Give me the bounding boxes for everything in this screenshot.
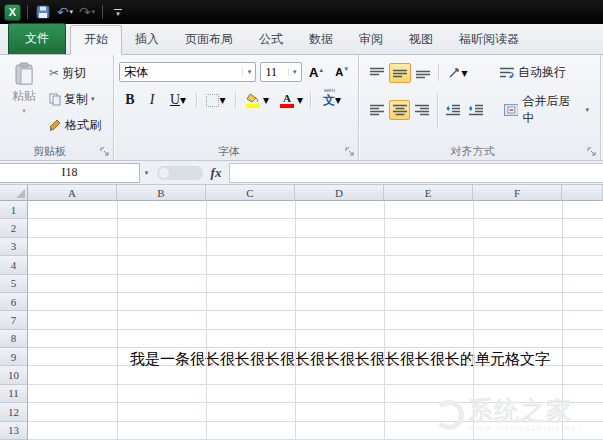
- tab-file[interactable]: 文件: [8, 23, 66, 54]
- borders-dropdown-arrow[interactable]: ▾: [219, 93, 225, 107]
- row-header-13[interactable]: 13: [0, 422, 28, 440]
- font-color-dropdown-arrow[interactable]: ▾: [297, 93, 303, 107]
- excel-app-icon[interactable]: X: [4, 4, 21, 21]
- row-header-9[interactable]: 9: [0, 348, 28, 366]
- insert-function-button[interactable]: fx: [203, 163, 229, 183]
- undo-button[interactable]: ↶▾: [56, 3, 74, 21]
- align-top-button[interactable]: [366, 63, 388, 83]
- row-cells-1[interactable]: [28, 201, 603, 219]
- row-cells-7[interactable]: [28, 311, 603, 329]
- undo-dropdown-arrow[interactable]: ▾: [70, 8, 74, 16]
- column-header-C[interactable]: C: [206, 185, 295, 201]
- scissors-icon: ✂: [49, 66, 59, 80]
- format-painter-brush-icon: [49, 119, 62, 132]
- save-button[interactable]: [34, 3, 52, 21]
- row-header-10[interactable]: 10: [0, 366, 28, 384]
- align-middle-button[interactable]: [389, 63, 411, 83]
- grid-row-7: 7: [0, 311, 603, 329]
- format-painter-button[interactable]: 格式刷: [45, 114, 105, 136]
- tab-data[interactable]: 数据: [296, 26, 346, 54]
- align-bottom-button[interactable]: [412, 63, 434, 83]
- format-painter-label: 格式刷: [65, 117, 101, 134]
- shrink-font-button[interactable]: A▼: [331, 62, 353, 82]
- tab-home[interactable]: 开始: [70, 25, 122, 55]
- row-header-4[interactable]: 4: [0, 256, 28, 274]
- decrease-indent-button[interactable]: [442, 100, 464, 120]
- row-header-5[interactable]: 5: [0, 275, 28, 293]
- orientation-dropdown-arrow[interactable]: ▾: [461, 66, 467, 80]
- column-header-E[interactable]: E: [384, 185, 473, 201]
- underline-dropdown-arrow[interactable]: ▾: [180, 93, 186, 107]
- tab-page-layout[interactable]: 页面布局: [172, 26, 246, 54]
- fill-color-button[interactable]: ▾: [239, 90, 273, 110]
- font-name-dropdown-arrow[interactable]: ▾: [242, 68, 255, 76]
- tab-view[interactable]: 视图: [396, 26, 446, 54]
- row-cells-8[interactable]: [28, 330, 603, 348]
- row-header-2[interactable]: 2: [0, 219, 28, 237]
- font-group: 宋体 ▾ 11 ▾ A▲ A▼ B I U ▾ ▾: [114, 55, 359, 160]
- tab-formulas[interactable]: 公式: [246, 26, 296, 54]
- wrap-text-icon: [500, 67, 514, 79]
- row-header-3[interactable]: 3: [0, 238, 28, 256]
- row-cells-5[interactable]: [28, 275, 603, 293]
- row-cells-4[interactable]: [28, 256, 603, 274]
- font-size-combo[interactable]: 11 ▾: [260, 62, 301, 82]
- select-all-corner[interactable]: [0, 185, 28, 201]
- copy-dropdown-arrow[interactable]: ▾: [91, 95, 95, 103]
- wrap-text-button[interactable]: 自动换行: [496, 62, 570, 83]
- align-right-button[interactable]: [411, 100, 433, 120]
- bold-button[interactable]: B: [119, 90, 141, 110]
- column-header-D[interactable]: D: [295, 185, 384, 201]
- tab-foxit-reader[interactable]: 福昕阅读器: [446, 26, 532, 54]
- merge-center-button[interactable]: 合并后居中 ▾: [500, 91, 593, 129]
- column-header-B[interactable]: B: [117, 185, 206, 201]
- row-header-8[interactable]: 8: [0, 330, 28, 348]
- row-header-11[interactable]: 11: [0, 385, 28, 403]
- tab-insert[interactable]: 插入: [122, 26, 172, 54]
- increase-indent-button[interactable]: [465, 100, 487, 120]
- row-cells-10[interactable]: [28, 366, 603, 384]
- column-header-A[interactable]: A: [28, 185, 117, 201]
- grow-font-button[interactable]: A▲: [306, 62, 328, 82]
- alignment-dialog-launcher-icon[interactable]: [587, 147, 597, 157]
- grow-font-icon: A▲: [309, 65, 324, 80]
- paste-dropdown-arrow[interactable]: ▾: [22, 107, 26, 115]
- copy-button[interactable]: 复制 ▾: [45, 88, 105, 110]
- row-cells-6[interactable]: [28, 293, 603, 311]
- merge-center-dropdown-arrow[interactable]: ▾: [586, 106, 590, 114]
- column-header-partial[interactable]: [562, 185, 603, 201]
- clipboard-dialog-launcher-icon[interactable]: [100, 147, 110, 157]
- italic-button[interactable]: I: [141, 90, 163, 110]
- font-dialog-launcher-icon[interactable]: [345, 147, 355, 157]
- row-header-7[interactable]: 7: [0, 311, 28, 329]
- row-cells-2[interactable]: [28, 219, 603, 237]
- cut-button[interactable]: ✂ 剪切: [45, 62, 105, 84]
- name-box-dropdown-arrow[interactable]: ▾: [140, 163, 153, 183]
- row-header-1[interactable]: 1: [0, 201, 28, 219]
- customize-qat-button[interactable]: ▾: [109, 3, 127, 21]
- borders-icon: [206, 94, 219, 107]
- row-cells-3[interactable]: [28, 238, 603, 256]
- paste-button[interactable]: 粘贴 ▾: [3, 58, 45, 144]
- underline-button[interactable]: U ▾: [163, 90, 193, 110]
- bold-label: B: [125, 92, 134, 108]
- phonetic-guide-button[interactable]: wén 文 ▾: [314, 90, 350, 110]
- paint-bucket-icon: [246, 93, 260, 103]
- align-left-button[interactable]: [366, 100, 388, 120]
- row-header-6[interactable]: 6: [0, 293, 28, 311]
- cell-text-row9[interactable]: 我是一条很长很长很长很长很长很长很长很长很长的单元格文字: [130, 350, 550, 368]
- borders-button[interactable]: ▾: [200, 90, 232, 110]
- row-header-12[interactable]: 12: [0, 403, 28, 421]
- font-color-button[interactable]: A ▾: [273, 90, 307, 110]
- tab-review[interactable]: 审阅: [346, 26, 396, 54]
- formula-input[interactable]: [229, 163, 603, 183]
- orientation-button[interactable]: ▾: [443, 63, 473, 83]
- font-size-dropdown-arrow[interactable]: ▾: [288, 68, 301, 76]
- phonetic-dropdown-arrow[interactable]: ▾: [335, 93, 341, 107]
- name-box[interactable]: I18: [0, 163, 140, 183]
- font-name-combo[interactable]: 宋体 ▾: [119, 62, 256, 82]
- column-header-F[interactable]: F: [473, 185, 562, 201]
- redo-button[interactable]: ↷▾: [78, 3, 96, 21]
- fill-color-dropdown-arrow[interactable]: ▾: [263, 93, 269, 107]
- align-center-button[interactable]: [389, 100, 411, 120]
